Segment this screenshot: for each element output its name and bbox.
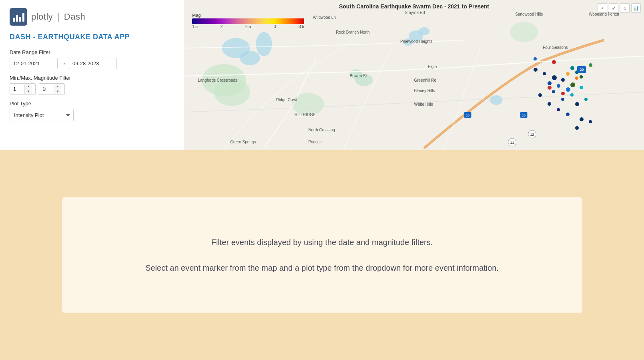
- logo-separator: |: [57, 12, 60, 22]
- svg-point-5: [419, 27, 430, 35]
- tick-1: 1.5: [192, 24, 198, 29]
- eq-dot[interactable]: [566, 72, 570, 76]
- tick-3: 2.5: [245, 24, 251, 29]
- eq-dot[interactable]: [575, 126, 579, 130]
- logo-text: plotly | Dash: [31, 12, 85, 22]
- arrow-icon: →: [60, 60, 66, 67]
- eq-dot[interactable]: [561, 92, 565, 95]
- svg-text:11: 11: [510, 141, 514, 145]
- mag-max-up[interactable]: ▲: [54, 84, 61, 89]
- eq-dot[interactable]: [566, 87, 570, 92]
- eq-dot[interactable]: [534, 57, 537, 60]
- logo-product: Dash: [64, 12, 85, 22]
- svg-point-12: [292, 93, 324, 115]
- bar4: [22, 13, 24, 22]
- eq-dot[interactable]: [580, 86, 583, 89]
- map-title: South Carolina Earthquake Swarm Dec - 20…: [184, 3, 644, 10]
- svg-text:20: 20: [522, 114, 526, 117]
- info-line1: Filter events displayed by using the dat…: [211, 235, 433, 249]
- eq-dot[interactable]: [589, 63, 592, 67]
- highway-20-marker: 20: [577, 66, 586, 73]
- app-title: DASH - EARTHQUAKE DATA APP: [10, 33, 174, 41]
- bar3: [19, 17, 21, 22]
- svg-text:20: 20: [466, 114, 469, 117]
- svg-point-2: [240, 51, 260, 65]
- eq-dot[interactable]: [534, 68, 538, 72]
- info-box: Filter events displayed by using the dat…: [62, 197, 582, 313]
- eq-dot[interactable]: [580, 75, 583, 78]
- svg-point-6: [403, 38, 413, 46]
- eq-dot[interactable]: [561, 98, 564, 101]
- eq-dot[interactable]: [548, 102, 551, 106]
- eq-dot[interactable]: [575, 102, 579, 106]
- eq-dot[interactable]: [552, 75, 557, 80]
- date-range-label: Date Range Filter: [10, 49, 174, 55]
- zoom-out-button[interactable]: ⤢: [609, 3, 618, 13]
- mag-min-spinners: ▲ ▼: [24, 84, 32, 94]
- svg-point-3: [256, 32, 272, 56]
- plot-type-dropdown[interactable]: Intensity Plot Waveform Plot Spectrogram: [10, 109, 74, 121]
- mag-min-up[interactable]: ▲: [25, 84, 32, 89]
- eq-dot[interactable]: [566, 113, 570, 116]
- zoom-in-button[interactable]: +: [598, 3, 607, 13]
- top-panel: plotly | Dash DASH - EARTHQUAKE DATA APP…: [0, 0, 644, 150]
- eq-dot[interactable]: [584, 98, 588, 101]
- bar1: [13, 18, 15, 22]
- svg-point-9: [490, 95, 503, 105]
- svg-point-11: [214, 78, 250, 106]
- svg-point-13: [510, 22, 538, 42]
- sidebar: plotly | Dash DASH - EARTHQUAKE DATA APP…: [0, 0, 184, 150]
- eq-dot[interactable]: [557, 84, 560, 88]
- colorscale-label: Mag: [192, 13, 201, 18]
- mag-min-down[interactable]: ▼: [25, 89, 32, 94]
- eq-dot[interactable]: [557, 108, 560, 111]
- map-toolbar: + ⤢ ⌂ 📊: [598, 3, 641, 13]
- plot-type-label: Plot Type: [10, 101, 174, 107]
- chart-button[interactable]: 📊: [631, 3, 641, 13]
- home-button[interactable]: ⌂: [620, 3, 630, 13]
- svg-text:12: 12: [530, 133, 534, 137]
- eq-dot[interactable]: [580, 117, 584, 121]
- date-start-input[interactable]: [10, 58, 58, 69]
- mag-min-input[interactable]: [10, 84, 24, 95]
- eq-dot[interactable]: [548, 81, 552, 85]
- eq-dot[interactable]: [570, 93, 574, 97]
- svg-point-8: [350, 69, 363, 79]
- eq-dot[interactable]: [575, 76, 578, 80]
- colorscale-ticks: 1.5 2 2.5 3 3.5: [192, 24, 304, 29]
- bar2: [16, 15, 18, 22]
- mag-min-wrap: ▲ ▼: [10, 83, 36, 95]
- tick-4: 3: [274, 24, 276, 29]
- tick-5: 3.5: [299, 24, 304, 29]
- map-background: 11 12 20 20 South Carolina Earthquake Sw…: [184, 0, 644, 150]
- tick-2: 2: [221, 24, 223, 29]
- info-line2: Select an event marker from the map and …: [145, 261, 499, 275]
- colorscale-gradient: [192, 18, 304, 24]
- plotly-logo-icon: [10, 8, 27, 26]
- eq-dot[interactable]: [538, 93, 542, 97]
- mag-row: ▲ ▼ ▲ ▼: [10, 83, 174, 95]
- mag-filter-label: Min./Max. Magnitude Filter: [10, 75, 174, 81]
- logo-brand: plotly: [31, 12, 53, 22]
- date-end-input[interactable]: [69, 58, 117, 69]
- bottom-panel: Filter events displayed by using the dat…: [0, 150, 644, 360]
- mag-max-input[interactable]: [39, 84, 54, 95]
- mag-max-wrap: ▲ ▼: [39, 83, 65, 95]
- logo-area: plotly | Dash: [10, 8, 174, 26]
- date-range-row: →: [10, 58, 174, 69]
- map-area[interactable]: 11 12 20 20 South Carolina Earthquake Sw…: [184, 0, 644, 150]
- mag-max-spinners: ▲ ▼: [54, 84, 61, 94]
- colorscale-bar: Mag 1.5 2 2.5 3 3.5: [192, 13, 304, 29]
- eq-dot[interactable]: [548, 86, 552, 90]
- logo-bars: [13, 12, 24, 22]
- mag-max-down[interactable]: ▼: [54, 89, 61, 94]
